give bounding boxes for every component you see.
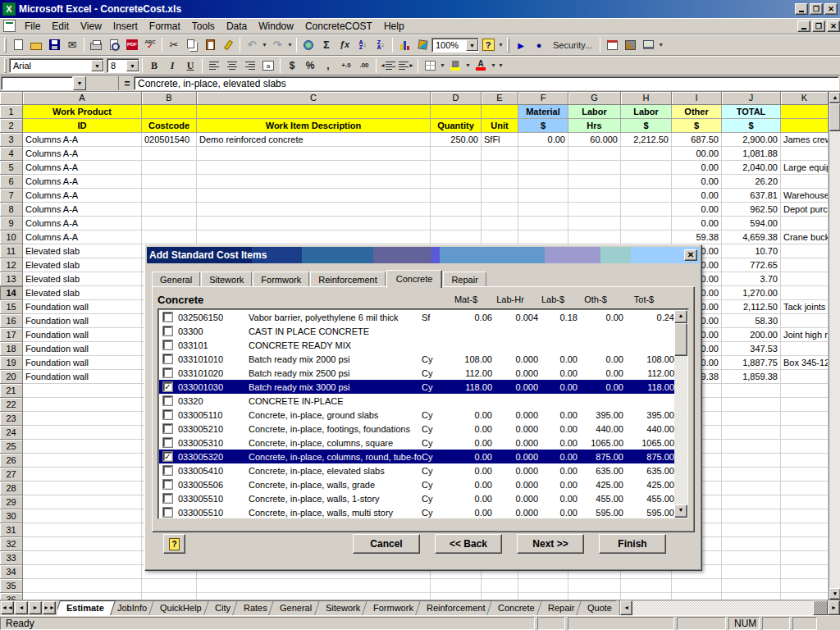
dialog-close-icon[interactable]: ✕ (684, 249, 697, 261)
row-header-28[interactable]: 28 (0, 482, 23, 495)
row-header-5[interactable]: 5 (0, 161, 23, 175)
grid-cell[interactable]: James crew (781, 133, 829, 147)
pdf-icon[interactable]: PDF (124, 37, 140, 53)
grid-cell[interactable]: Columns A-A (23, 203, 142, 217)
grid-cell[interactable] (568, 203, 621, 217)
grid-cell[interactable]: Unit (482, 119, 518, 133)
grid-cell[interactable] (621, 579, 672, 593)
workbook-close-button[interactable]: ✕ (827, 21, 840, 32)
column-header-E[interactable]: E (482, 92, 518, 105)
cost-item-row[interactable]: 03320CONCRETE IN-PLACE (159, 394, 674, 408)
grid-cell[interactable]: Other (672, 105, 722, 119)
grid-cell[interactable] (482, 175, 518, 189)
grid-cell[interactable] (23, 537, 142, 551)
first-sheet-icon[interactable]: ◄◄ (1, 601, 14, 614)
grid-cell[interactable] (722, 468, 781, 482)
grid-cell[interactable] (722, 454, 781, 468)
grid-cell[interactable] (197, 161, 431, 175)
menu-item-tools[interactable]: Tools (186, 19, 221, 34)
grid-cell[interactable] (197, 147, 431, 161)
grid-cell[interactable] (518, 161, 568, 175)
grid-cell[interactable] (621, 203, 672, 217)
column-header-D[interactable]: D (431, 92, 482, 105)
grid-cell[interactable] (518, 203, 568, 217)
grid-cell[interactable] (23, 426, 142, 440)
grid-cell[interactable] (672, 579, 722, 593)
grid-cell[interactable] (482, 579, 518, 593)
grid-cell[interactable]: 2,900.00 (722, 133, 781, 147)
grid-cell[interactable]: 200.00 (722, 328, 781, 342)
grid-cell[interactable] (482, 189, 518, 203)
grid-cell[interactable] (568, 161, 621, 175)
grid-cell[interactable] (23, 482, 142, 495)
grid-cell[interactable]: 10.70 (722, 244, 781, 258)
cut-icon[interactable] (166, 37, 182, 53)
grid-cell[interactable] (518, 189, 568, 203)
horizontal-scroll-thumb[interactable] (813, 600, 828, 615)
grid-cell[interactable] (781, 147, 829, 161)
menu-item-file[interactable]: File (19, 19, 46, 34)
sheet-tab-quote[interactable]: Quote (576, 600, 616, 615)
grid-cell[interactable]: Warehouse (781, 189, 829, 203)
grid-cell[interactable]: Foundation wall (23, 356, 142, 370)
grid-cell[interactable] (518, 175, 568, 189)
row-header-4[interactable]: 4 (0, 147, 23, 161)
decrease-indent-icon[interactable]: ◂ (380, 57, 396, 74)
grid-cell[interactable] (781, 370, 829, 384)
open-icon[interactable] (28, 37, 44, 53)
grid-cell[interactable] (722, 398, 781, 412)
row-header-36[interactable]: 36 (0, 593, 23, 600)
toolbar-grip[interactable] (507, 38, 509, 52)
grid-cell[interactable] (722, 551, 781, 565)
grid-cell[interactable]: Elevated slab (23, 244, 142, 258)
align-left-icon[interactable] (206, 57, 222, 74)
font-color-dropdown-icon[interactable]: ▼ (490, 57, 497, 74)
grid-cell[interactable]: 0.00 (672, 175, 722, 189)
row-header-26[interactable]: 26 (0, 454, 23, 468)
grid-cell[interactable]: 347.53 (722, 342, 781, 356)
cost-item-row[interactable]: 033005310Concrete, in-place, columns, sq… (159, 436, 674, 450)
spelling-icon[interactable]: ABC✓ (142, 37, 158, 53)
cost-item-row[interactable]: 032506150Vabor barrier, polyethylene 6 m… (159, 310, 674, 324)
grid-cell[interactable] (621, 161, 672, 175)
back-button[interactable]: << Back (435, 534, 502, 554)
row-header-13[interactable]: 13 (0, 272, 23, 286)
formatting-options-icon[interactable]: ▼ (497, 57, 504, 74)
checkbox-checked-icon[interactable]: ✓ (163, 452, 172, 461)
dialog-tab-concrete[interactable]: Concrete (386, 270, 443, 288)
row-header-17[interactable]: 17 (0, 328, 23, 342)
checkbox-icon[interactable] (163, 326, 172, 336)
menu-item-window[interactable]: Window (253, 19, 299, 34)
checkbox-checked-icon[interactable]: ✓ (163, 382, 172, 391)
increase-indent-icon[interactable]: ▸ (398, 57, 414, 74)
column-header-K[interactable]: K (781, 92, 829, 105)
checkbox-icon[interactable] (163, 424, 172, 433)
grid-cell[interactable] (23, 454, 142, 468)
grid-cell[interactable] (781, 426, 829, 440)
autosum-icon[interactable] (318, 37, 335, 53)
row-header-10[interactable]: 10 (0, 231, 23, 244)
grid-cell[interactable] (672, 593, 722, 600)
grid-cell[interactable]: 1,859.38 (722, 370, 781, 384)
grid-cell[interactable] (781, 579, 829, 593)
grid-cell[interactable] (23, 593, 142, 600)
grid-cell[interactable]: Demo reinforced concrete (197, 133, 431, 147)
row-header-11[interactable]: 11 (0, 244, 23, 258)
grid-cell[interactable] (142, 161, 197, 175)
cost-item-row[interactable]: 033101010Batch ready mix 2000 psiCy108.0… (159, 352, 674, 366)
column-header-A[interactable]: A (23, 92, 142, 105)
grid-cell[interactable]: 1,081.88 (722, 147, 781, 161)
grid-cell[interactable] (431, 203, 482, 217)
row-header-16[interactable]: 16 (0, 314, 23, 328)
row-header-35[interactable]: 35 (0, 579, 23, 593)
grid-cell[interactable] (23, 384, 142, 398)
align-right-icon[interactable] (242, 57, 258, 74)
grid-cell[interactable]: Foundation wall (23, 314, 142, 328)
grid-cell[interactable]: $ (722, 119, 781, 133)
design-mode-icon[interactable] (640, 37, 656, 53)
vertical-scrollbar[interactable]: ▲ ▼ (829, 92, 840, 600)
grid-cell[interactable] (431, 579, 482, 593)
grid-cell[interactable] (781, 537, 829, 551)
scroll-down-icon[interactable]: ▼ (829, 588, 840, 600)
grid-cell[interactable]: Large equip (781, 161, 829, 175)
